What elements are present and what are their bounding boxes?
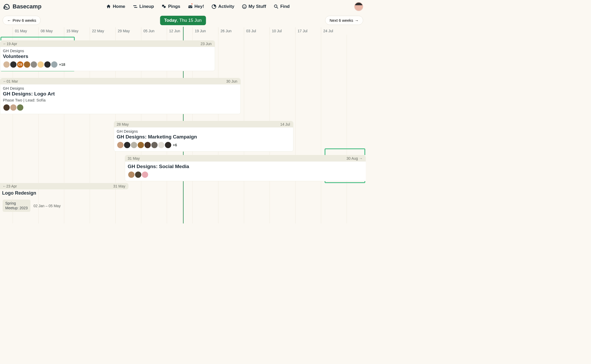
brand[interactable]: Basecamp: [3, 3, 41, 10]
avatar: [123, 141, 131, 149]
basecamp-logo-icon: [3, 3, 10, 10]
avatar-row: [3, 104, 238, 111]
activity-icon: [211, 4, 217, 9]
nav-find[interactable]: Find: [273, 4, 290, 9]
avatar: [37, 61, 44, 68]
avatar: [137, 141, 144, 149]
search-icon: [273, 4, 279, 9]
project-parent: GH Designs: [117, 129, 291, 133]
date-header: 17 Jul: [295, 27, 321, 35]
prev-weeks-button[interactable]: ← Prev 6 weeks: [3, 16, 41, 25]
nav-mystuff[interactable]: My Stuff: [242, 4, 266, 9]
card-end-date: 30 Jun: [226, 79, 237, 83]
date-header: 29 May: [115, 27, 141, 35]
main-nav: Home Lineup Pings Hey! Activity My Stuff: [106, 4, 289, 9]
today-indicator[interactable]: Today, Thu 15 Jun: [160, 16, 206, 25]
svg-rect-0: [188, 6, 192, 8]
project-title: Logo Redesign: [0, 190, 128, 197]
hey-icon: [188, 4, 193, 9]
project-title: GH Designs: Social Media: [128, 164, 363, 169]
nav-activity[interactable]: Activity: [211, 4, 234, 9]
chip-date-range: 02 Jan – 05 May: [34, 204, 61, 208]
avatar-row: [128, 171, 363, 178]
date-header: 22 May: [90, 27, 115, 35]
project-title: Volunteers: [3, 53, 212, 59]
date-header: 01 May: [13, 27, 38, 35]
timeline: 01 May 08 May 15 May 22 May 29 May 05 Ju…: [0, 27, 366, 223]
avatar: [158, 141, 165, 149]
project-title: GH Designs: Logo Art: [3, 91, 238, 97]
avatar: [17, 104, 24, 111]
chip-label: Spring Meetup: 2023: [3, 200, 30, 212]
timeline-controls: ← Prev 6 weeks Today, Thu 15 Jun Next 6 …: [0, 12, 366, 27]
date-header: 05 Jun: [141, 27, 167, 35]
card-end-date: 30 Aug →: [347, 156, 363, 160]
avatar: [10, 104, 17, 111]
avatar: [135, 171, 142, 178]
card-end-date: 23 Jun: [201, 42, 212, 46]
avatar: [144, 141, 151, 149]
card-end-date: 31 May: [113, 184, 125, 188]
project-chip-spring[interactable]: Spring Meetup: 2023 02 Jan – 05 May: [1, 199, 62, 213]
date-header: 12 Jun: [167, 27, 192, 35]
lineup-icon: [133, 4, 138, 9]
avatar-overflow: +6: [173, 143, 177, 147]
nav-lineup[interactable]: Lineup: [133, 4, 154, 9]
avatar: [51, 61, 58, 68]
mystuff-icon: [242, 4, 247, 9]
date-axis: 01 May 08 May 15 May 22 May 29 May 05 Ju…: [0, 27, 366, 35]
nav-home[interactable]: Home: [106, 4, 125, 9]
pings-icon: [161, 4, 166, 9]
project-card-marketing[interactable]: 28 May 14 Jul GH Designs GH Designs: Mar…: [114, 121, 293, 152]
user-avatar[interactable]: [354, 2, 363, 11]
card-start-date: ←23 Apr: [3, 184, 17, 188]
avatar: [164, 141, 172, 149]
avatar: [10, 61, 17, 68]
avatar: [30, 61, 37, 68]
topbar: Basecamp Home Lineup Pings Hey! Activity: [0, 0, 366, 12]
avatar-row: CS+18: [3, 61, 212, 68]
card-start-date: 31 May: [128, 156, 140, 160]
project-card-social[interactable]: 31 May 30 Aug → GH Designs: Social Media: [125, 155, 366, 181]
project-title: GH Designs: Marketing Campaign: [117, 134, 291, 140]
avatar: CS: [17, 61, 24, 68]
nav-hey[interactable]: Hey!: [188, 4, 204, 9]
home-icon: [106, 4, 111, 9]
card-start-date: 28 May: [117, 122, 129, 126]
avatar: [23, 61, 31, 68]
avatar: [44, 61, 51, 68]
avatar: [128, 171, 135, 178]
date-header: 19 Jun: [192, 27, 218, 35]
next-weeks-button[interactable]: Next 6 weeks →: [325, 16, 363, 25]
arrow-left-icon: ←: [7, 18, 11, 23]
date-header: 26 Jun: [218, 27, 244, 35]
avatar: [117, 141, 124, 149]
card-end-date: 14 Jul: [280, 122, 290, 126]
project-collapsed-logoredesign[interactable]: ←23 Apr 31 May Logo Redesign: [0, 183, 128, 197]
date-header: 08 May: [38, 27, 64, 35]
arrow-right-icon: →: [355, 18, 359, 23]
project-parent: GH Designs: [3, 86, 238, 90]
avatar: [151, 141, 158, 149]
project-parent: GH Designs: [3, 49, 212, 53]
card-start-date: ←01 Mar: [3, 79, 18, 83]
project-card-volunteers[interactable]: ←19 Apr 23 Jun GH Designs Volunteers CS+…: [0, 40, 215, 71]
brand-text: Basecamp: [13, 3, 41, 10]
project-subtitle: Phase Two | Lead: Sofía: [3, 98, 238, 102]
lanes: ←19 Apr 23 Jun GH Designs Volunteers CS+…: [0, 35, 366, 223]
project-card-logoart[interactable]: ←01 Mar 30 Jun GH Designs GH Designs: Lo…: [0, 78, 241, 114]
notification-dot-icon: [191, 3, 193, 5]
card-start-date: ←19 Apr: [3, 42, 17, 46]
avatar: [141, 171, 149, 178]
nav-pings[interactable]: Pings: [161, 4, 180, 9]
avatar-overflow: +18: [59, 62, 65, 67]
svg-point-4: [245, 6, 245, 6]
avatar: [3, 61, 10, 68]
date-header: 24 Jul: [321, 27, 347, 35]
avatar: [130, 141, 138, 149]
avatar: [3, 104, 10, 111]
svg-point-3: [243, 6, 244, 6]
date-header: 03 Jul: [244, 27, 270, 35]
svg-point-2: [242, 5, 246, 9]
date-header: 10 Jul: [270, 27, 295, 35]
